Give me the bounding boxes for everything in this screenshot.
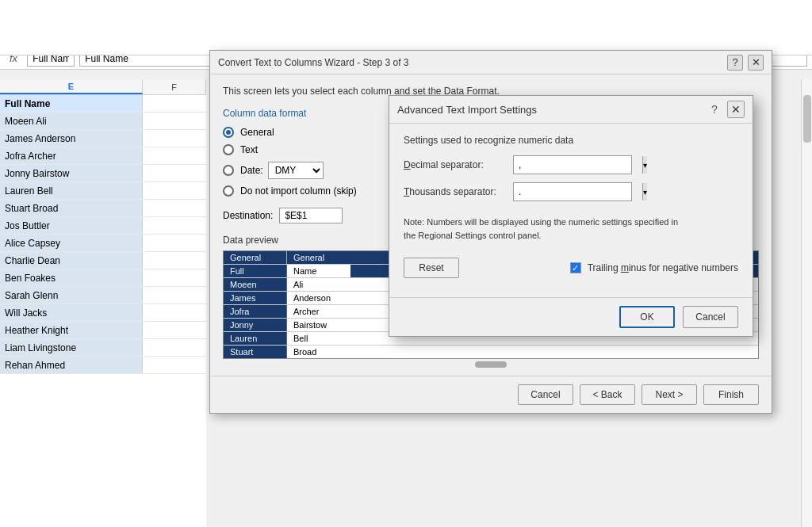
table-row[interactable]: Ben Foakes xyxy=(0,269,206,287)
decimal-separator-dropdown-icon[interactable]: ▾ xyxy=(642,156,647,174)
table-row[interactable]: Moeen Ali xyxy=(0,113,206,130)
advanced-actions: Reset ✓ Trailing minus for negative numb… xyxy=(404,258,738,278)
table-row[interactable]: Full Name xyxy=(0,95,206,113)
table-row[interactable]: Alice Capsey xyxy=(0,235,206,252)
spreadsheet-rows: Full Name Moeen Ali James Anderson Jofra… xyxy=(0,95,206,374)
thousands-separator-row: Thousands separator: ▾ xyxy=(404,182,738,201)
table-row[interactable]: Jofra Archer xyxy=(0,147,206,165)
cell-e: James Anderson xyxy=(0,130,143,147)
decimal-separator-row: Decimal separator: ▾ xyxy=(404,155,738,174)
cell-e: Jos Buttler xyxy=(0,217,143,234)
preview-cell: James xyxy=(224,292,287,304)
cell-f xyxy=(143,165,206,181)
advanced-help-button[interactable]: ? xyxy=(707,101,722,117)
cell-f xyxy=(143,269,206,286)
advanced-ok-button[interactable]: OK xyxy=(619,306,675,328)
col-header-f: F xyxy=(143,79,206,94)
preview-cell: Moeen xyxy=(224,278,287,291)
next-button[interactable]: Next > xyxy=(642,384,697,405)
table-row[interactable]: Rehan Ahmed xyxy=(0,357,206,374)
preview-cell: Full xyxy=(224,265,287,277)
wizard-close-button[interactable]: ✕ xyxy=(748,55,764,71)
decimal-separator-input[interactable] xyxy=(514,159,642,170)
thousands-separator-input[interactable] xyxy=(514,186,642,197)
cell-e: Will Jacks xyxy=(0,304,143,321)
right-scrollbar[interactable] xyxy=(801,79,812,527)
cell-e: Stuart Broad xyxy=(0,200,143,216)
cell-e: Sarah Glenn xyxy=(0,287,143,304)
wizard-help-button[interactable]: ? xyxy=(727,55,743,71)
trailing-minus-label: Trailing minus for negative numbers xyxy=(588,262,738,273)
advanced-cancel-button[interactable]: Cancel xyxy=(683,306,738,328)
advanced-title: Advanced Text Import Settings xyxy=(397,104,537,116)
cell-f xyxy=(143,252,206,269)
radio-date-circle xyxy=(223,165,234,176)
preview-cell: Ali xyxy=(287,278,350,291)
cell-f xyxy=(143,235,206,251)
advanced-close-button[interactable]: ✕ xyxy=(727,101,745,118)
preview-cell: Jonny xyxy=(224,319,287,331)
table-row[interactable]: Jonny Bairstow xyxy=(0,165,206,182)
trailing-minus-checkbox[interactable]: ✓ xyxy=(570,262,581,273)
preview-scrollbar[interactable] xyxy=(475,361,507,368)
preview-row: Stuart Broad xyxy=(224,346,758,358)
trailing-minus-row: ✓ Trailing minus for negative numbers xyxy=(570,262,738,273)
radio-text-circle xyxy=(223,144,234,155)
excel-toolbar xyxy=(0,0,812,55)
decimal-separator-select-wrapper: ▾ xyxy=(513,155,632,174)
table-row[interactable]: Lauren Bell xyxy=(0,182,206,200)
table-row[interactable]: Stuart Broad xyxy=(0,200,206,217)
radio-text-label: Text xyxy=(240,144,258,155)
table-row[interactable]: Liam Livingstone xyxy=(0,339,206,357)
col-header-e: E xyxy=(0,79,143,94)
cell-e: Ben Foakes xyxy=(0,269,143,286)
table-row[interactable]: Charlie Dean xyxy=(0,252,206,269)
cell-f-header xyxy=(143,95,206,112)
cell-f xyxy=(143,200,206,216)
preview-cell: Jofra xyxy=(224,305,287,318)
table-row[interactable]: Jos Buttler xyxy=(0,217,206,235)
table-row[interactable]: Sarah Glenn xyxy=(0,287,206,304)
radio-skip-circle xyxy=(223,185,234,197)
cell-f xyxy=(143,357,206,373)
cell-f xyxy=(143,287,206,304)
radio-date-label: Date: xyxy=(240,165,263,176)
preview-cell: Bell xyxy=(287,332,350,345)
cell-e: Jofra Archer xyxy=(0,147,143,164)
preview-cell: Archer xyxy=(287,305,350,318)
wizard-footer: Cancel < Back Next > Finish xyxy=(210,376,772,413)
back-button[interactable]: < Back xyxy=(580,384,635,405)
radio-general-label: General xyxy=(240,127,274,138)
destination-input[interactable] xyxy=(279,208,343,223)
cancel-button[interactable]: Cancel xyxy=(518,384,573,405)
preview-cell: Name xyxy=(287,265,350,277)
finish-button[interactable]: Finish xyxy=(703,384,759,405)
table-row[interactable]: James Anderson xyxy=(0,130,206,147)
scrollbar-thumb[interactable] xyxy=(803,95,811,143)
table-row[interactable]: Heather Knight xyxy=(0,322,206,339)
radio-general-circle xyxy=(223,127,234,138)
advanced-section-title: Settings used to recognize numeric data xyxy=(404,135,738,146)
cell-e: Heather Knight xyxy=(0,322,143,338)
spreadsheet: E F Full Name Moeen Ali James Anderson J… xyxy=(0,79,206,527)
preview-header-col2: General xyxy=(287,251,350,264)
advanced-note: Note: Numbers will be displayed using th… xyxy=(404,209,738,248)
cell-f xyxy=(143,182,206,199)
radio-skip-label: Do not import column (skip) xyxy=(240,185,357,197)
cell-f xyxy=(143,304,206,321)
thousands-separator-label: Thousands separator: xyxy=(404,186,507,197)
table-row[interactable]: Will Jacks xyxy=(0,304,206,322)
preview-cell: Anderson xyxy=(287,292,350,304)
cell-f xyxy=(143,147,206,164)
cell-e: Jonny Bairstow xyxy=(0,165,143,181)
cell-e: Moeen Ali xyxy=(0,113,143,129)
thousands-separator-dropdown-icon[interactable]: ▾ xyxy=(642,183,647,200)
wizard-controls: ? ✕ xyxy=(727,55,764,71)
cell-f xyxy=(143,113,206,129)
date-format-select[interactable]: DMY MDY YMD xyxy=(268,162,324,179)
cell-f xyxy=(143,217,206,234)
advanced-footer: OK Cancel xyxy=(389,297,753,336)
adv-titlebar-right: ? ✕ xyxy=(707,101,745,118)
cell-e: Lauren Bell xyxy=(0,182,143,199)
reset-button[interactable]: Reset xyxy=(404,258,459,278)
